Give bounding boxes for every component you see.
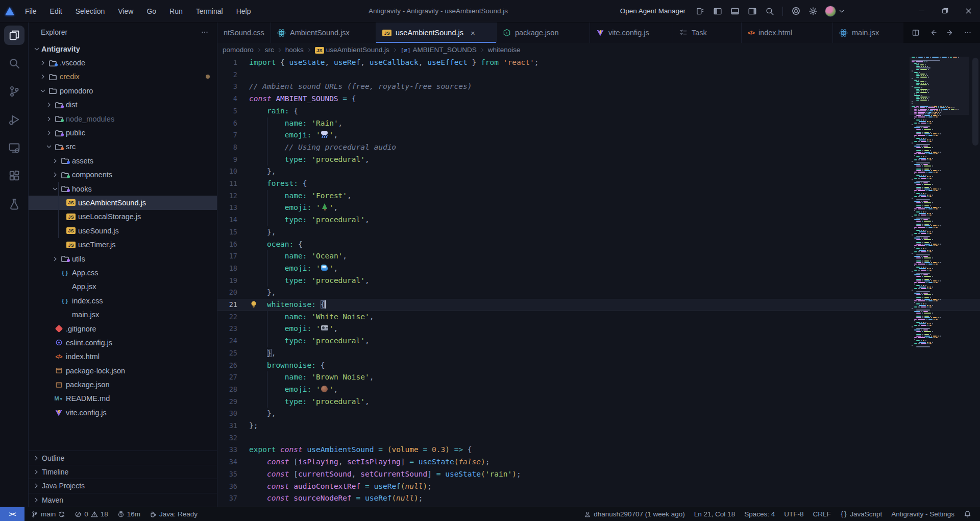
code-line-36[interactable]: 36 const audioContextRef = useRef(null); xyxy=(217,481,980,493)
breadcrumb-item[interactable]: pomodoro xyxy=(223,46,254,54)
breadcrumb-item[interactable]: [∅]AMBIENT_SOUNDS xyxy=(401,46,477,54)
tree-item-readme-md[interactable]: M▼README.md xyxy=(29,392,217,406)
status-item-main[interactable]: main xyxy=(28,507,69,521)
remote-indicator[interactable]: >< xyxy=(0,507,24,521)
tree-item-utils[interactable]: utils xyxy=(29,252,217,266)
breadcrumb-item[interactable]: whitenoise xyxy=(488,46,521,54)
code-line-2[interactable]: 2 xyxy=(217,69,980,81)
code-line-4[interactable]: 4const AMBIENT_SOUNDS = { xyxy=(217,93,980,105)
code-line-17[interactable]: 17 name: 'Ocean', xyxy=(217,250,980,263)
code-line-30[interactable]: 30 }, xyxy=(217,408,980,420)
tree-item-credix[interactable]: credix xyxy=(29,70,217,84)
menu-help[interactable]: Help xyxy=(231,5,257,17)
menu-run[interactable]: Run xyxy=(164,5,188,17)
code-line-32[interactable]: 32 xyxy=(217,432,980,444)
restore-button[interactable] xyxy=(933,0,957,22)
code-line-29[interactable]: 29 type: 'procedural', xyxy=(217,396,980,408)
tab-index-html[interactable]: </>index.html xyxy=(742,22,833,43)
code-line-31[interactable]: 31}; xyxy=(217,420,980,432)
minimize-button[interactable] xyxy=(910,0,933,22)
tree-item-src[interactable]: src xyxy=(29,140,217,154)
status-item-utf-8[interactable]: UTF-8 xyxy=(780,507,807,521)
activity-explorer-icon[interactable] xyxy=(4,26,24,45)
search-icon[interactable] xyxy=(762,4,777,19)
code-line-3[interactable]: 3// Ambient sound URLs (free, royalty-fr… xyxy=(217,81,980,93)
code-line-7[interactable]: 7 emoji: '', xyxy=(217,129,980,141)
more-icon[interactable] xyxy=(961,26,975,40)
tab-ntsound-css[interactable]: ntSound.css xyxy=(217,22,271,43)
arrow-right-icon[interactable] xyxy=(943,26,958,40)
code-line-35[interactable]: 35 const [currentSound, setCurrentSound]… xyxy=(217,468,980,481)
close-icon[interactable]: × xyxy=(471,29,475,37)
tree-item-dist[interactable]: dist xyxy=(29,98,217,112)
tree-item-usesound-js[interactable]: JSuseSound.js xyxy=(29,224,217,238)
code-line-12[interactable]: 12 name: 'Forest', xyxy=(217,190,980,202)
tree-item-public[interactable]: public xyxy=(29,126,217,139)
status-item-javascript[interactable]: {}JavaScript xyxy=(837,507,886,521)
chevron-down-icon[interactable] xyxy=(837,4,846,19)
status-item-0[interactable]: 018 xyxy=(71,507,112,521)
activity-search-icon[interactable] xyxy=(4,54,24,73)
code-line-33[interactable]: 33export const useAmbientSound = (volume… xyxy=(217,444,980,456)
panel-right-icon[interactable] xyxy=(745,4,760,19)
status-item-ln-21-col-18[interactable]: Ln 21, Col 18 xyxy=(691,507,739,521)
code-line-15[interactable]: 15 }, xyxy=(217,226,980,239)
code-line-13[interactable]: 13 emoji: '', xyxy=(217,202,980,214)
section-maven[interactable]: Maven xyxy=(29,493,217,507)
tree-item-hooks[interactable]: hooks xyxy=(29,182,217,196)
code-line-6[interactable]: 6 name: 'Rain', xyxy=(217,117,980,130)
status-item-bell[interactable] xyxy=(960,507,975,521)
tree-item-index-html[interactable]: </>index.html xyxy=(29,350,217,364)
breadcrumb-item[interactable]: hooks xyxy=(285,46,304,54)
code-line-25[interactable]: 25 }, xyxy=(217,347,980,360)
tree-item-usetimer-js[interactable]: JSuseTimer.js xyxy=(29,238,217,251)
code-line-16[interactable]: 16 ocean: { xyxy=(217,239,980,251)
section-outline[interactable]: Outline xyxy=(29,451,217,464)
menu-go[interactable]: Go xyxy=(141,5,162,17)
tree-item-package-lock-json[interactable]: package-lock.json xyxy=(29,364,217,377)
tab-ambientsound-jsx[interactable]: AmbientSound.jsx xyxy=(271,22,376,43)
code-line-11[interactable]: 11 forest: { xyxy=(217,178,980,190)
split-editor-icon[interactable] xyxy=(909,26,923,40)
tree-item-node_modules[interactable]: node_modules xyxy=(29,112,217,126)
code-line-26[interactable]: 26 brownnoise: { xyxy=(217,360,980,372)
tree-item-app-jsx[interactable]: App.jsx xyxy=(29,280,217,294)
tree-item-package-json[interactable]: package.json xyxy=(29,377,217,391)
code-line-20[interactable]: 20 }, xyxy=(217,287,980,299)
menu-terminal[interactable]: Terminal xyxy=(190,5,229,17)
status-item-java-ready[interactable]: Java: Ready xyxy=(146,507,201,521)
code-line-37[interactable]: 37 const sourceNodeRef = useRef(null); xyxy=(217,492,980,505)
tree-item-vite-config-js[interactable]: vite.config.js xyxy=(29,406,217,419)
menu-edit[interactable]: Edit xyxy=(44,5,68,17)
activity-testing-icon[interactable] xyxy=(4,194,24,214)
tab-package-json[interactable]: package.json xyxy=(497,22,590,43)
gear-icon[interactable] xyxy=(805,4,821,19)
status-item-dhanush290707-1-week-ago-[interactable]: dhanush290707 (1 week ago) xyxy=(580,507,689,521)
code-line-1[interactable]: 1import { useState, useRef, useCallback,… xyxy=(217,57,980,69)
tree-item-components[interactable]: components xyxy=(29,168,217,182)
tree-item-useambientsound-js[interactable]: JSuseAmbientSound.js xyxy=(29,196,217,209)
panel-bottom-icon[interactable] xyxy=(727,4,743,19)
code-line-8[interactable]: 8 // Using procedural audio xyxy=(217,141,980,154)
lightbulb-icon[interactable] xyxy=(249,300,259,310)
breadcrumb-item[interactable]: src xyxy=(265,46,274,54)
tree-item--gitignore[interactable]: .gitignore xyxy=(29,322,217,336)
panel-left-icon[interactable] xyxy=(710,4,725,19)
arrow-left-icon[interactable] xyxy=(926,26,940,40)
tree-item-main-jsx[interactable]: main.jsx xyxy=(29,307,217,321)
section-timeline[interactable]: Timeline xyxy=(29,465,217,479)
code-line-19[interactable]: 19 type: 'procedural', xyxy=(217,275,980,287)
breadcrumb-item[interactable]: JSuseAmbientSound.js xyxy=(315,46,389,54)
tab-main-jsx[interactable]: main.jsx xyxy=(833,22,903,43)
activity-run-debug-icon[interactable] xyxy=(4,110,24,129)
code-line-18[interactable]: 18 emoji: '', xyxy=(217,263,980,275)
code-line-23[interactable]: 23 emoji: '', xyxy=(217,323,980,335)
status-item-antigravity-settings[interactable]: Antigravity - Settings xyxy=(888,507,958,521)
menu-selection[interactable]: Selection xyxy=(70,5,111,17)
browser-icon[interactable] xyxy=(788,4,803,19)
tree-item-pomodoro[interactable]: pomodoro xyxy=(29,84,217,98)
tree-item-app-css[interactable]: { }App.css xyxy=(29,266,217,279)
tree-item-index-css[interactable]: { }index.css xyxy=(29,294,217,307)
code-line-22[interactable]: 22 name: 'White Noise', xyxy=(217,311,980,323)
tree-item-eslint-config-js[interactable]: eslint.config.js xyxy=(29,336,217,349)
